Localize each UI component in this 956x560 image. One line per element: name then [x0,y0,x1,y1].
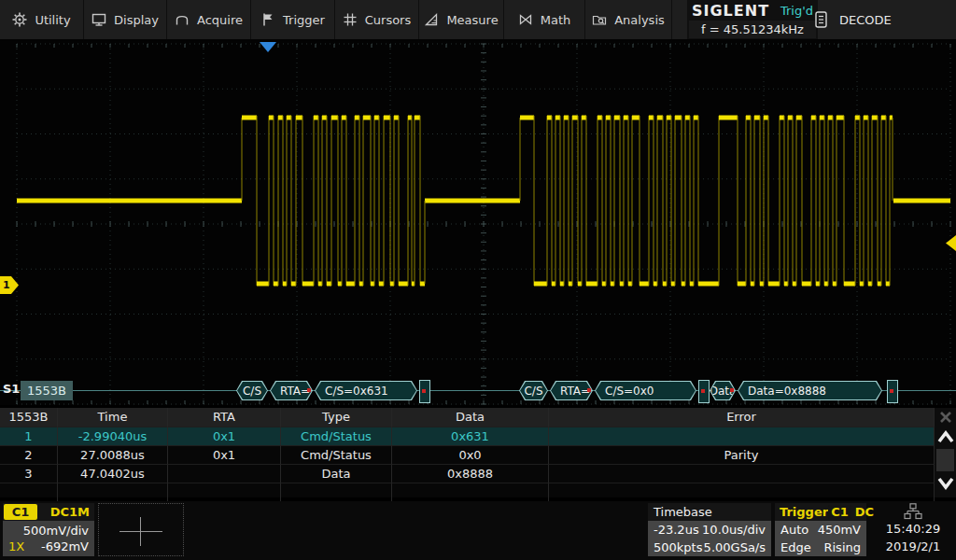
menu-item-label: Trigger [283,13,325,27]
trigger-descriptor[interactable]: Trigger C1 DC Auto 450mV Edge Rising [775,503,866,557]
decode-bubble-text: C/S=0x631 [316,382,416,399]
menu-item-utility[interactable]: Utility [0,0,84,39]
table-row[interactable] [0,483,935,502]
decode-error-marker [419,380,430,403]
timebase-title: Timebase [648,505,712,519]
menu-item-decode[interactable]: DECODE [814,0,917,39]
timebase-samplerate: 5.00GSa/s [704,540,766,554]
decode-bubble-text: RTA=0x [551,382,592,399]
decode-bubble-text: Data=0x8888 [738,382,881,399]
menu-item-label: Acquire [197,13,243,27]
add-channel-placeholder[interactable] [98,503,184,556]
bowtie-icon [518,12,533,27]
trigger-title: Trigger [780,505,828,519]
timebase-descriptor[interactable]: Timebase -23.2us 10.0us/div 500kpts 5.00… [648,503,771,557]
table-cell: -2.99040us [58,427,168,446]
table-row[interactable]: 347.0402usData0x8888 [0,465,935,483]
acquire-icon [175,12,190,27]
table-scroll-strip [935,408,956,497]
frequency-counter: f = 45.51234kHz [689,21,816,38]
waveform-display: 1 S1 1553B C/SRTA=0xC/S=0x631C/SRTA=0xC/… [0,39,956,405]
table-cell [0,483,58,502]
menu-item-label: Utility [35,13,70,27]
system-time: 15:40:29 [886,520,940,538]
table-cell: Cmd/Status [281,446,392,465]
oscilloscope-screen: Utility Display Acquire Trigger [0,0,956,560]
trigger-slope: Rising [823,540,861,554]
error-dot [701,389,705,393]
menu-item-label: Display [114,13,159,27]
logo-status-block: SIGLENT Trig'd f = 45.51234kHz [687,0,818,39]
table-row[interactable]: 1-2.99040us0x1Cmd/Status0x631 [0,427,935,446]
decode-error-marker [698,380,710,403]
table-header-row: 1553BTimeRTATypeDataError [0,408,935,427]
error-dot [422,389,426,393]
decode-bubble: Data=0x8888 [738,381,882,400]
crosshair-icon [120,531,162,532]
decode-bubble-text: C/S [520,382,547,399]
table-cell: 0x1 [168,446,281,465]
system-date: 2019/2/1 [886,538,940,555]
table-cell: 0x1 [168,427,281,446]
error-dot [587,388,591,392]
table-header-cell: RTA [168,408,281,427]
decode-label: DECODE [839,13,892,27]
close-icon[interactable] [936,408,955,427]
error-dot [307,388,311,392]
table-cell [549,465,935,483]
table-header-cell: Time [58,408,168,427]
table-cell [281,483,392,502]
table-cell: 0x631 [392,427,549,446]
table-cell [168,483,281,502]
decode-bubble: RTA=0x [270,381,313,400]
document-icon [814,11,828,28]
table-row[interactable]: 227.0088us0x1Cmd/Status0x0Parity [0,446,935,465]
scrollbar-thumb[interactable] [936,449,954,471]
menu-item-cursors[interactable]: Cursors [335,0,419,39]
menu-item-measure[interactable]: Measure [419,0,504,39]
table-cell: 1 [0,427,58,446]
table-header-cell: 1553B [0,408,58,427]
menu-item-trigger[interactable]: Trigger [251,0,335,39]
table-cell [549,483,935,502]
scroll-up-icon[interactable] [935,427,956,449]
channel1-offset: -692mV [41,539,89,553]
decode-bubble: Data [710,381,736,400]
table-cell: 0x8888 [392,465,549,483]
decode-protocol-badge[interactable]: 1553B [21,381,73,400]
table-cell [392,483,549,502]
timebase-delay: -23.2us [654,523,699,537]
menu-item-display[interactable]: Display [84,0,167,39]
trigger-source: C1 [828,505,851,519]
trigger-level: 450mV [818,523,861,537]
table-cell [168,465,281,483]
folder-search-icon [592,12,607,27]
table-cell [58,483,168,502]
flag-icon [260,12,275,27]
decode-bus-label: S1 [3,382,20,396]
table-cell: 2 [0,446,58,465]
siglent-logo: SIGLENT [692,2,769,20]
lan-icon[interactable] [904,503,922,520]
menu-item-analysis[interactable]: Analysis [585,0,672,39]
error-dot [730,388,734,392]
decode-table: 1553BTimeRTATypeDataError1-2.99040us0x1C… [0,408,935,497]
ruler-icon [424,12,439,27]
menu-item-acquire[interactable]: Acquire [167,0,251,39]
decode-error-marker [887,380,898,403]
channel1-badge: C1 [4,504,37,520]
decode-bubble: RTA=0x [550,381,593,400]
table-cell: Cmd/Status [281,427,392,446]
gear-icon [12,12,27,27]
menu-item-label: Cursors [365,13,412,27]
status-bar: C1 DC1M 500mV/div 1X -692mV Timebase -23… [0,501,956,560]
decode-bubble: C/S=0x631 [315,381,417,400]
scroll-down-icon[interactable] [935,471,956,494]
table-cell: Parity [549,446,935,465]
error-dot [890,389,893,393]
menu-item-math[interactable]: Math [504,0,585,39]
table-cell: Data [281,465,392,483]
decode-bubble-text: C/S [237,382,267,399]
table-cell [549,427,935,446]
channel1-descriptor[interactable]: C1 DC1M 500mV/div 1X -692mV [3,503,94,557]
